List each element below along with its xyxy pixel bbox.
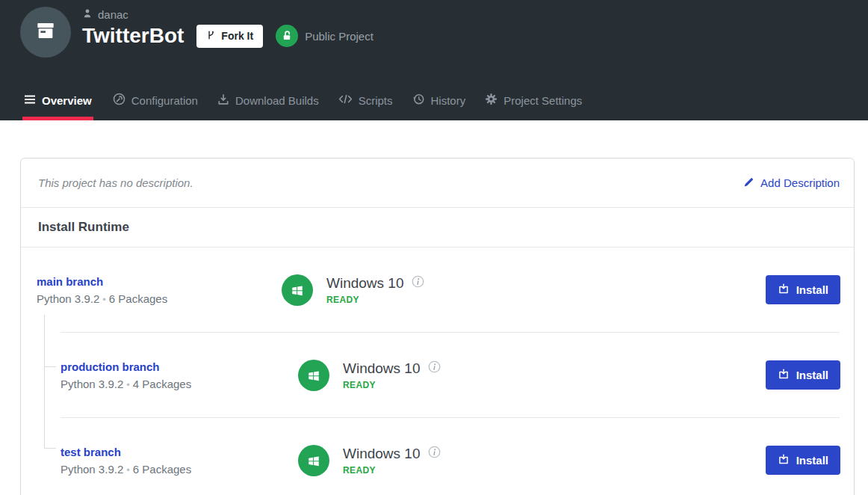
platform-name: Windows 10 <box>343 446 421 462</box>
dot-separator: • <box>126 379 130 390</box>
branch-link[interactable]: main branch <box>37 275 103 288</box>
project-avatar <box>20 7 71 58</box>
gear-icon <box>485 93 497 108</box>
runtime-row-main: main branch Python 3.9.2•6 Packages <box>21 248 854 332</box>
windows-icon <box>298 445 329 476</box>
platform-block: Windows 10 READY <box>298 360 441 391</box>
branch-tree-dash <box>44 366 56 367</box>
branch-packages: 6 Packages <box>133 463 191 476</box>
fork-button-label: Fork It <box>221 30 253 42</box>
description-placeholder: This project has no description. <box>38 176 193 189</box>
platform-block: Windows 10 READY <box>282 274 424 306</box>
tab-label: Project Settings <box>503 94 582 107</box>
tab-configuration[interactable]: Configuration <box>113 93 198 120</box>
fork-icon <box>206 30 216 43</box>
platform-name: Windows 10 <box>326 275 404 292</box>
branch-runtime: Python 3.9.2 <box>61 463 123 476</box>
tab-history[interactable]: History <box>412 93 466 120</box>
visibility-badge: Public Project <box>276 25 373 47</box>
install-icon <box>778 453 790 467</box>
info-icon[interactable] <box>428 360 441 376</box>
info-icon[interactable] <box>412 275 424 291</box>
install-button[interactable]: Install <box>766 275 840 304</box>
tab-label: Configuration <box>131 94 198 107</box>
windows-icon <box>298 360 329 391</box>
install-button-label: Install <box>796 369 828 381</box>
tab-project-settings[interactable]: Project Settings <box>485 93 582 120</box>
add-description-link[interactable]: Add Description <box>743 176 840 190</box>
platform-name: Windows 10 <box>343 360 421 377</box>
install-icon <box>778 283 790 297</box>
branch-subtitle: Python 3.9.2•4 Packages <box>61 378 298 390</box>
install-button[interactable]: Install <box>766 446 840 475</box>
branch-info: test branch Python 3.9.2•6 Packages <box>61 446 298 476</box>
project-nav: Overview Configuration Download Builds <box>22 93 582 120</box>
platform-block: Windows 10 READY <box>298 445 441 476</box>
project-header: danac TwitterBot Fork It <box>0 0 868 120</box>
install-icon <box>778 368 790 382</box>
status-badge: READY <box>326 295 424 305</box>
section-title: Install Runtime <box>21 208 854 248</box>
open-lock-icon <box>276 25 298 47</box>
history-clock-icon <box>412 93 425 108</box>
branch-runtime: Python 3.9.2 <box>61 378 123 390</box>
visibility-label: Public Project <box>305 30 373 43</box>
branch-tree-dash <box>44 448 56 449</box>
dot-separator: • <box>102 294 106 305</box>
runtime-rows: main branch Python 3.9.2•6 Packages <box>21 248 854 495</box>
info-icon[interactable] <box>428 446 441 461</box>
windows-icon <box>282 274 313 306</box>
branch-subtitle: Python 3.9.2•6 Packages <box>61 463 298 476</box>
branch-runtime: Python 3.9.2 <box>37 292 99 305</box>
description-row: This project has no description. Add Des… <box>21 159 854 208</box>
archive-box-icon <box>34 19 58 46</box>
tab-scripts[interactable]: Scripts <box>338 93 393 120</box>
install-button[interactable]: Install <box>766 360 840 390</box>
wrench-circle-icon <box>113 93 125 108</box>
tab-label: Overview <box>42 94 92 107</box>
branch-tree-line <box>44 315 45 448</box>
tab-label: Scripts <box>359 94 393 107</box>
main-content: This project has no description. Add Des… <box>0 120 868 495</box>
runtime-row-test: test branch Python 3.9.2•6 Packages <box>21 418 854 495</box>
install-button-label: Install <box>796 454 828 467</box>
add-description-label: Add Description <box>760 176 840 189</box>
fork-button[interactable]: Fork It <box>196 25 263 48</box>
dot-separator: • <box>126 464 130 476</box>
branch-subtitle: Python 3.9.2•6 Packages <box>37 292 282 305</box>
runtime-row-production: production branch Python 3.9.2•4 Package… <box>21 333 854 417</box>
branch-packages: 6 Packages <box>109 292 167 305</box>
branch-info: production branch Python 3.9.2•4 Package… <box>61 360 298 390</box>
tab-label: History <box>431 94 466 107</box>
branch-link[interactable]: production branch <box>61 360 160 373</box>
menu-icon <box>24 93 36 108</box>
pencil-icon <box>743 176 754 190</box>
code-icon <box>338 93 353 107</box>
user-icon <box>82 8 93 21</box>
tab-download-builds[interactable]: Download Builds <box>217 93 319 120</box>
tab-overview[interactable]: Overview <box>22 93 93 120</box>
branch-info: main branch Python 3.9.2•6 Packages <box>37 275 282 305</box>
project-title: TwitterBot <box>82 23 184 49</box>
install-button-label: Install <box>796 283 828 296</box>
status-badge: READY <box>343 380 441 390</box>
username-link[interactable]: danac <box>98 8 128 21</box>
status-badge: READY <box>343 465 441 476</box>
branch-link[interactable]: test branch <box>61 446 121 458</box>
tab-label: Download Builds <box>235 94 319 107</box>
branch-packages: 4 Packages <box>133 378 191 390</box>
project-card: This project has no description. Add Des… <box>20 158 855 495</box>
download-icon <box>217 93 229 108</box>
